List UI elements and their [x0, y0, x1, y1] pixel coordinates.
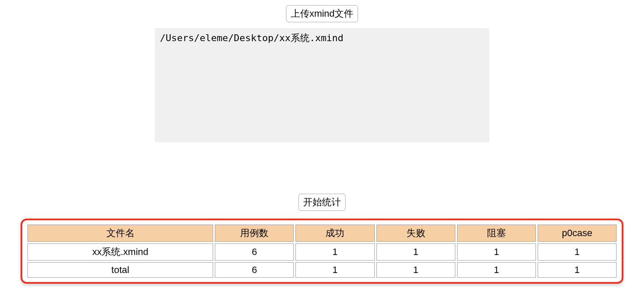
upload-section: 上传xmind文件 [0, 0, 644, 142]
header-filename: 文件名 [27, 225, 213, 242]
upload-xmind-button[interactable]: 上传xmind文件 [286, 5, 358, 22]
cell-filename: xx系统.xmind [27, 243, 213, 261]
stats-section: 开始统计 文件名 用例数 成功 失败 阻塞 p0case xx系统.xmind … [0, 194, 644, 284]
start-stats-button[interactable]: 开始统计 [298, 194, 346, 211]
cell-p0case: 1 [538, 262, 617, 278]
cell-success: 1 [295, 262, 374, 278]
header-p0case: p0case [538, 225, 617, 242]
results-table: 文件名 用例数 成功 失败 阻塞 p0case xx系统.xmind 6 1 1… [26, 223, 618, 279]
header-case-count: 用例数 [215, 225, 294, 242]
cell-blocked: 1 [457, 262, 536, 278]
cell-case-count: 6 [215, 262, 294, 278]
table-header-row: 文件名 用例数 成功 失败 阻塞 p0case [27, 225, 617, 242]
cell-p0case: 1 [538, 243, 617, 261]
header-success: 成功 [295, 225, 374, 242]
cell-success: 1 [295, 243, 374, 261]
table-row: xx系统.xmind 6 1 1 1 1 [27, 243, 617, 261]
cell-filename: total [27, 262, 213, 278]
cell-fail: 1 [376, 262, 455, 278]
header-blocked: 阻塞 [457, 225, 536, 242]
results-table-wrapper: 文件名 用例数 成功 失败 阻塞 p0case xx系统.xmind 6 1 1… [21, 219, 623, 284]
cell-blocked: 1 [457, 243, 536, 261]
cell-case-count: 6 [215, 243, 294, 261]
file-path-textarea[interactable] [155, 28, 489, 142]
header-fail: 失败 [376, 225, 455, 242]
cell-fail: 1 [376, 243, 455, 261]
table-row: total 6 1 1 1 1 [27, 262, 617, 278]
